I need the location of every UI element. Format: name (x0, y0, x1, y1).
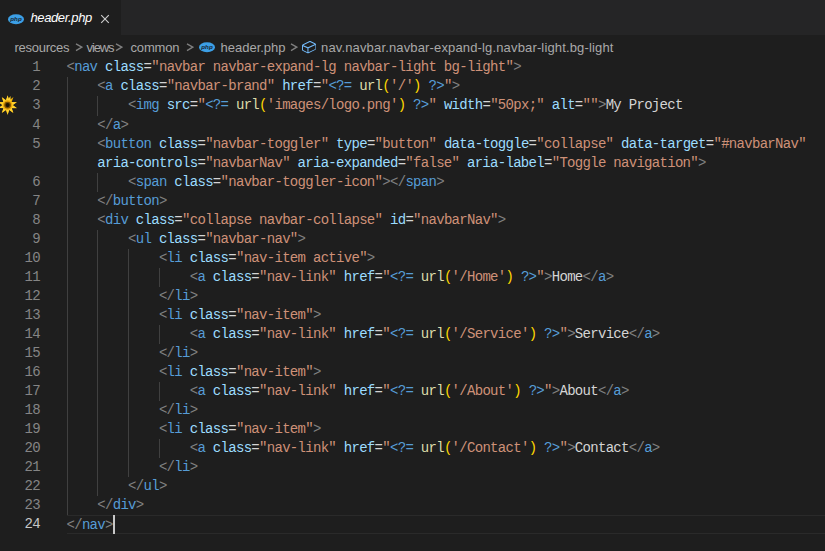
svg-text:php: php (200, 43, 213, 50)
svg-text:php: php (9, 15, 22, 22)
